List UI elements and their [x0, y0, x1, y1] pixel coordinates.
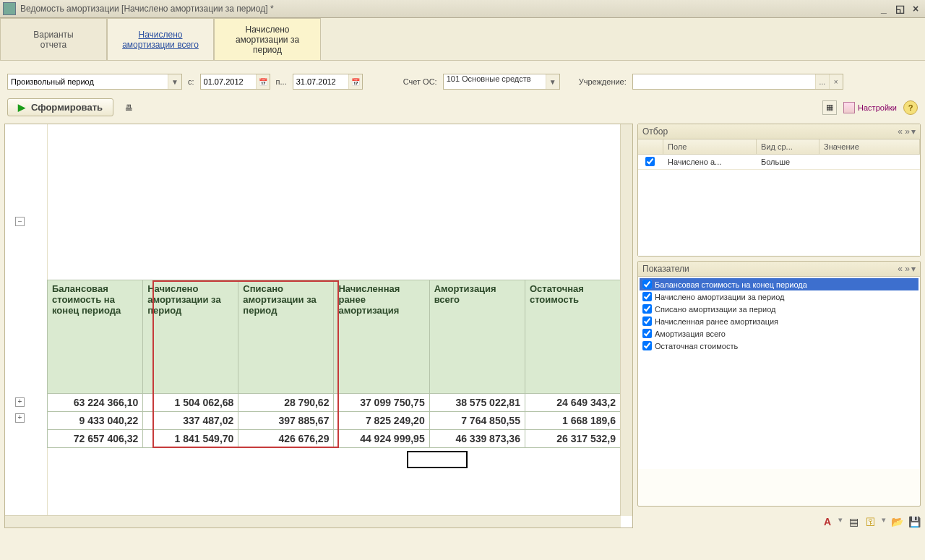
table-cell: 1 504 062,68 — [143, 394, 238, 412]
table-cell: 46 339 873,36 — [429, 430, 525, 448]
indicator-row[interactable]: Начислено амортизации за период — [640, 290, 918, 303]
settings-button[interactable]: Настройки — [840, 100, 900, 116]
window-title: Ведомость амортизации [Начислено амортиз… — [20, 4, 274, 14]
table-cell: 337 487,02 — [143, 412, 238, 430]
indicator-label: Остаточная стоимость — [655, 342, 738, 350]
date-from[interactable]: 📅 — [200, 74, 270, 90]
col-header: Списано амортизации за период — [238, 280, 334, 394]
account-value: 101 Основные средств — [444, 74, 546, 89]
panel-menu-icon[interactable]: ▾ — [911, 264, 916, 274]
period-dropdown-icon[interactable]: ▼ — [168, 74, 181, 89]
table-cell: 9 433 040,22 — [48, 412, 143, 430]
indicator-check[interactable] — [642, 280, 652, 289]
help-button[interactable]: ? — [903, 100, 918, 115]
filter-panel-title: Отбор — [642, 126, 668, 137]
indicators-panel: Показатели « »▾ Балансовая стоимость на … — [637, 261, 921, 507]
tab-period-amort[interactable]: Начислено амортизации за период — [214, 18, 321, 60]
table-cell: 26 317 532,9 — [525, 430, 620, 448]
filter-col-header: Поле — [663, 139, 757, 154]
panel-arrows-icon[interactable]: « » — [898, 126, 910, 137]
filter-row-val — [819, 160, 920, 163]
table-row: 63 224 366,101 504 062,6828 790,6237 099… — [48, 394, 621, 412]
generate-label: Сформировать — [31, 102, 103, 113]
to-label: п... — [276, 77, 287, 86]
account-label: Счет ОС: — [403, 77, 437, 86]
table-cell: 38 575 022,81 — [429, 394, 525, 412]
panel-menu-icon[interactable]: ▾ — [911, 126, 916, 137]
table-row: 9 433 040,22337 487,02397 885,677 825 24… — [48, 412, 621, 430]
date-to[interactable]: 📅 — [293, 74, 363, 90]
org-more-button[interactable]: ... — [815, 74, 829, 89]
scrollbar-horizontal[interactable] — [5, 515, 621, 527]
table-cell: 37 099 750,75 — [334, 394, 429, 412]
filter-panel: Отбор « »▾ ПолеВид ср...Значение Начисле… — [637, 124, 921, 257]
table-cell: 7 825 249,20 — [334, 412, 429, 430]
indicator-check[interactable] — [642, 292, 652, 301]
tab-variants[interactable]: Варианты отчета — [0, 18, 107, 60]
calendar-icon[interactable]: 📅 — [348, 74, 362, 89]
date-to-input[interactable] — [293, 74, 348, 89]
indicator-check[interactable] — [642, 304, 652, 314]
table-cell: 44 924 999,95 — [334, 430, 429, 448]
org-clear-button[interactable]: × — [829, 74, 843, 89]
filter-row-check[interactable] — [645, 157, 655, 166]
indicators-title: Показатели — [642, 264, 689, 274]
font-icon[interactable]: A — [821, 515, 834, 528]
key-icon[interactable]: ⚿ — [864, 515, 877, 528]
print-icon[interactable]: 🖶 — [122, 101, 135, 114]
period-combo-input[interactable] — [8, 74, 168, 89]
col-header: Амортизация всего — [429, 280, 525, 394]
period-combo[interactable]: ▼ — [7, 74, 182, 90]
org-label: Учреждение: — [579, 77, 627, 86]
indicator-check[interactable] — [642, 329, 652, 338]
filter-row-cmp: Больше — [757, 156, 819, 168]
close-button[interactable]: × — [909, 3, 922, 14]
play-icon: ▶ — [18, 102, 25, 113]
from-label: с: — [188, 77, 194, 86]
table-cell: 24 649 343,2 — [525, 394, 620, 412]
col-header: Начислено амортизации за период — [143, 280, 238, 394]
window-titlebar: Ведомость амортизации [Начислено амортиз… — [0, 0, 925, 18]
date-from-input[interactable] — [201, 74, 256, 89]
tab-all-amort[interactable]: Начислено амортизации всего — [107, 18, 214, 60]
restore-button[interactable]: ◱ — [893, 3, 906, 14]
calendar-icon[interactable]: 📅 — [256, 74, 270, 89]
table-cell: 426 676,29 — [238, 430, 334, 448]
filter-col-header: Значение — [819, 139, 920, 154]
table-cell: 397 885,67 — [238, 412, 334, 430]
indicator-label: Списано амортизации за период — [655, 305, 775, 314]
account-select[interactable]: 101 Основные средств ▼ — [443, 74, 560, 90]
report-table: Балансовая стоимость на конец периодаНач… — [47, 280, 621, 448]
detail-icon[interactable]: ▤ — [847, 515, 860, 528]
indicator-check[interactable] — [642, 316, 652, 326]
panel-arrows-icon[interactable]: « » — [898, 264, 910, 274]
org-input-wrap[interactable]: ... × — [632, 74, 843, 90]
indicator-row[interactable]: Остаточная стоимость — [640, 340, 918, 352]
active-cell[interactable] — [407, 451, 468, 468]
indicator-row[interactable]: Амортизация всего — [640, 327, 918, 340]
account-dropdown-icon[interactable]: ▼ — [546, 74, 559, 89]
settings-label: Настройки — [858, 103, 897, 112]
indicator-label: Начисленная ранее амортизация — [655, 317, 778, 326]
bottom-toolbar: A▾ ▤ ⚿▾ 📂 💾 — [637, 511, 921, 528]
indicator-check[interactable] — [642, 341, 652, 350]
table-cell: 63 224 366,10 — [48, 394, 143, 412]
filter-row[interactable]: Начислено а... Больше — [638, 155, 920, 170]
scrollbar-vertical[interactable] — [620, 124, 632, 516]
filter-row-field: Начислено а... — [663, 156, 757, 168]
spreadsheet-area[interactable]: – + + Балансовая стоимость на конец пери… — [4, 124, 633, 528]
filter-col-header: Вид ср... — [757, 139, 819, 154]
col-header: Начисленная ранее амортизация — [334, 280, 429, 394]
generate-button[interactable]: ▶ Сформировать — [7, 98, 113, 116]
indicator-label: Балансовая стоимость на конец периода — [655, 280, 807, 289]
save-icon[interactable]: 💾 — [908, 515, 921, 528]
app-icon — [3, 2, 16, 15]
indicator-row[interactable]: Начисленная ранее амортизация — [640, 315, 918, 327]
indicator-row[interactable]: Списано амортизации за период — [640, 303, 918, 315]
indicator-row[interactable]: Балансовая стоимость на конец периода — [640, 278, 918, 290]
grid-icon[interactable]: ▦ — [822, 100, 837, 115]
folder-icon[interactable]: 📂 — [890, 515, 903, 528]
minimize-button[interactable]: _ — [877, 3, 890, 14]
table-row: 72 657 406,321 841 549,70426 676,2944 92… — [48, 430, 621, 448]
org-input[interactable] — [633, 74, 815, 89]
